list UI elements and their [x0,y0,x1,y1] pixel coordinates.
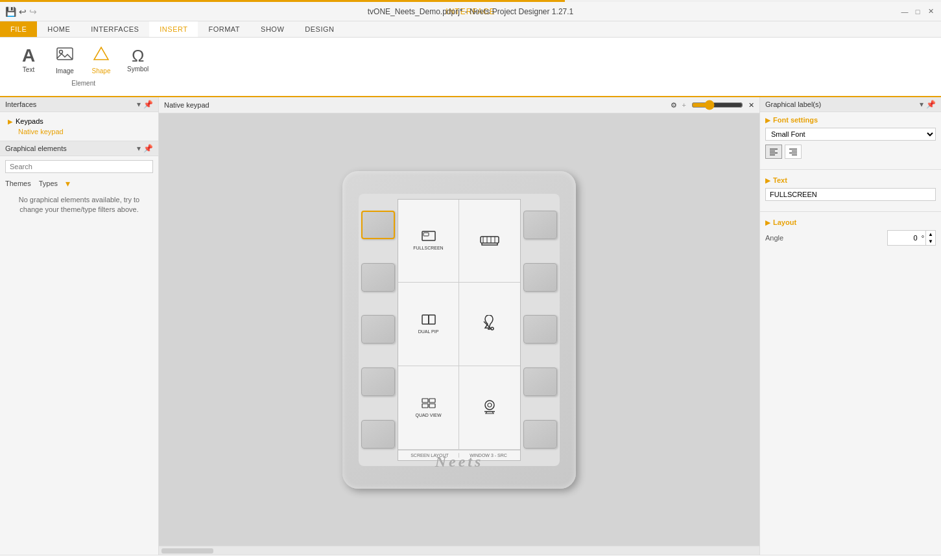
keypad-cell-webcam[interactable] [459,366,520,450]
graphical-dropdown-icon[interactable]: ▾ [137,144,141,153]
keypad-device: FULLSCREEN [342,171,576,489]
svg-rect-19 [429,404,435,408]
keypad-right-btn-4[interactable] [523,368,557,396]
keypad-left-btn-4[interactable] [361,368,395,396]
canvas-body[interactable]: FULLSCREEN [159,113,759,546]
tab-format[interactable]: FORMAT [198,21,250,37]
keypad-cell-lamp[interactable] [459,283,520,366]
quad-view-label: QUAD VIEW [415,413,441,417]
panel-pin-icon[interactable]: 📌 [143,100,153,109]
keypad-cell-hdmi[interactable] [459,200,520,283]
image-icon [56,45,74,66]
tab-file[interactable]: FILE [0,21,37,37]
angle-up-button[interactable]: ▲ [926,231,935,238]
keypads-arrow: ▶ [8,118,13,125]
keypad-left-btn-3[interactable] [361,315,395,344]
graphical-pin-icon[interactable]: 📌 [143,144,153,153]
fullscreen-icon [422,231,436,243]
webcam-icon [482,399,497,416]
keypad-right-btn-5[interactable] [523,420,557,449]
keypad-left-btn-5[interactable] [361,420,395,449]
keypad-left-btn-1[interactable] [361,211,395,239]
svg-rect-18 [422,404,428,408]
dual-pip-label: DUAL PIP [418,329,439,334]
svg-point-21 [488,403,492,407]
panel-dropdown-icon[interactable]: ▾ [137,100,141,109]
ribbon-content: A Text Image [0,38,941,96]
layout-arrow: ▶ [765,219,770,226]
align-right-button[interactable] [785,145,802,159]
image-label: Image [56,67,74,75]
font-settings-arrow: ▶ [765,117,770,124]
neets-logo: Neets [435,453,484,471]
canvas-title: Native keypad [164,101,209,109]
keypad-left-buttons [359,194,398,466]
tab-home[interactable]: HOME [37,21,80,37]
maximize-button[interactable]: □ [912,6,923,17]
image-button[interactable]: Image [49,43,80,77]
themes-label[interactable]: Themes [5,180,31,187]
text-value-input[interactable] [765,188,936,201]
redo-icon[interactable]: ↪ [29,6,37,17]
keypad-cell-fullscreen[interactable]: FULLSCREEN [398,200,459,283]
right-pin-icon[interactable]: 📌 [926,100,936,109]
right-dropdown-icon[interactable]: ▾ [920,100,923,109]
shape-icon [92,45,110,66]
zoom-minus-icon[interactable]: + [682,101,686,109]
no-elements-message: No graphical elements available, try toc… [0,190,158,220]
svg-point-15 [491,327,494,330]
right-panel-title: Graphical label(s) [765,100,821,108]
svg-rect-4 [423,233,429,236]
font-settings-label: Font settings [773,116,818,124]
horizontal-scrollbar[interactable] [159,546,759,555]
undo-icon[interactable]: ↩ [19,6,27,17]
keypad-center-display: FULLSCREEN [398,199,521,461]
settings-icon[interactable]: ⚙ [671,101,677,110]
angle-input-wrap: ° ▲ ▼ [887,230,936,246]
lamp-icon [482,315,497,332]
zoom-slider[interactable] [691,100,743,110]
filter-icon[interactable]: ▾ [66,178,70,189]
keypad-cell-quad[interactable]: QUAD VIEW [398,366,459,450]
status-bar: System Interface Function Feedback Uploa… [0,555,941,560]
font-select[interactable]: Small Font [765,128,936,141]
hdmi-icon [479,234,500,248]
keypads-label: Keypads [16,117,43,125]
svg-point-1 [60,51,63,54]
tab-insert[interactable]: INSERT [149,20,198,37]
layout-label: Layout [773,218,796,226]
quad-icon [422,398,436,410]
tab-design[interactable]: DESIGN [294,21,344,37]
svg-point-20 [485,401,494,410]
symbol-button[interactable]: Ω Symbol [122,45,154,75]
shape-button[interactable]: Shape [86,43,117,77]
graphical-elements-header: Graphical elements ▾ 📌 [0,141,158,156]
angle-unit: ° [920,234,925,242]
keypads-item[interactable]: ▶ Keypads [5,116,153,126]
angle-down-button[interactable]: ▼ [926,238,935,245]
left-panel: Interfaces ▾ 📌 ▶ Keypads Native keypad G… [0,97,159,555]
native-keypad-item[interactable]: Native keypad [5,126,153,137]
close-button[interactable]: ✕ [925,6,936,17]
layout-section-title: ▶ Layout [765,218,936,226]
quick-access-toolbar: 💾 ↩ ↪ [5,6,37,17]
minimize-button[interactable]: — [899,6,910,17]
tab-interfaces[interactable]: INTERFACES [80,21,149,37]
keypad-right-btn-3[interactable] [523,315,557,344]
keypad-right-btn-2[interactable] [523,263,557,292]
keypad-right-btn-1[interactable] [523,211,557,239]
graphical-elements-panel: Graphical elements ▾ 📌 Themes Types ▾ No… [0,141,158,555]
close-canvas-icon[interactable]: ✕ [748,101,754,110]
angle-input[interactable] [888,233,920,243]
keypad-left-btn-2[interactable] [361,263,395,292]
types-label[interactable]: Types [39,180,58,187]
search-input[interactable] [5,160,153,173]
save-icon[interactable]: 💾 [5,6,16,17]
text-button[interactable]: A Text [13,44,44,76]
layout-section: ▶ Layout Angle ° ▲ ▼ [760,215,941,250]
symbol-icon: Ω [132,47,144,64]
align-left-button[interactable] [765,145,782,159]
svg-rect-10 [422,315,429,324]
tab-show[interactable]: SHOW [250,21,294,37]
keypad-cell-dual-pip[interactable]: DUAL PIP [398,283,459,366]
